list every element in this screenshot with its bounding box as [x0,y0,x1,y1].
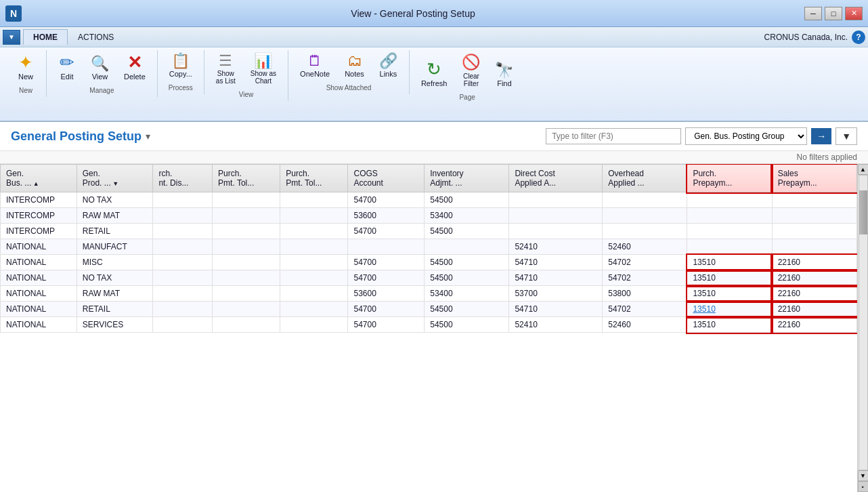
table-row[interactable]: NATIONALRETAIL54700545005471054702135102… [1,302,857,317]
purch-int-dis-cell[interactable] [153,224,213,239]
purch-pmt-tol1-cell[interactable] [213,192,280,208]
edit-button[interactable]: ✏ Edit [52,50,82,84]
gen-prod-cell[interactable]: MANUFACT [77,239,153,255]
cogs-account-cell[interactable]: 54700 [348,192,425,208]
table-row[interactable]: NATIONALMANUFACT5241052460 [1,239,857,255]
purch-int-dis-cell[interactable] [153,302,213,317]
sales-prepaym-cell[interactable] [772,224,856,239]
purch-pmt-tol1-cell[interactable] [213,255,280,270]
purch-int-dis-cell[interactable] [153,192,213,208]
col-sales-prepaym[interactable]: SalesPrepaym... [772,165,856,192]
gen-bus-cell[interactable]: NATIONAL [1,239,77,255]
gen-prod-cell[interactable]: RETAIL [77,302,153,317]
maximize-button[interactable]: □ [825,7,842,20]
scroll-track[interactable] [859,175,868,470]
table-row[interactable]: NATIONALRAW MAT5360053400537005380013510… [1,286,857,302]
purch-pmt-tol2-cell[interactable] [280,317,348,333]
gen-prod-cell[interactable]: SERVICES [77,317,153,333]
purch-pmt-tol2-cell[interactable] [280,224,348,239]
purch-prepaym-cell[interactable]: 13510 [687,286,772,302]
sales-prepaym-cell[interactable]: 22160 [772,255,856,270]
filter-go-button[interactable]: → [811,128,831,144]
overhead-applied-cell[interactable]: 52460 [603,317,687,333]
col-purch-pmt-tol1[interactable]: Purch.Pmt. Tol... [213,165,280,192]
overhead-applied-cell[interactable]: 52460 [603,239,687,255]
purch-prepaym-cell[interactable] [687,192,772,208]
inventory-adjmt-cell[interactable]: 53400 [425,286,509,302]
cogs-account-cell[interactable]: 54700 [348,255,425,270]
sales-prepaym-cell[interactable] [772,208,856,224]
sales-prepaym-cell[interactable]: 22160 [772,317,856,333]
gen-prod-cell[interactable]: RETAIL [77,224,153,239]
purch-pmt-tol1-cell[interactable] [213,270,280,286]
direct-cost-cell[interactable] [509,208,603,224]
purch-pmt-tol1-cell[interactable] [213,224,280,239]
overhead-applied-cell[interactable]: 54702 [603,270,687,286]
overhead-applied-cell[interactable]: 54702 [603,302,687,317]
cogs-account-cell[interactable] [348,239,425,255]
gen-bus-cell[interactable]: INTERCOMP [1,208,77,224]
sales-prepaym-cell[interactable]: 22160 [772,270,856,286]
col-gen-prod[interactable]: Gen.Prod. ... [77,165,153,192]
cogs-account-cell[interactable]: 54700 [348,317,425,333]
col-purch-int-dis[interactable]: rch.nt. Dis... [153,165,213,192]
overhead-applied-cell[interactable]: 54702 [603,255,687,270]
purch-pmt-tol1-cell[interactable] [213,302,280,317]
page-title[interactable]: General Posting Setup [11,129,142,144]
direct-cost-cell[interactable] [509,224,603,239]
find-button[interactable]: 🔭 Find [489,60,519,91]
col-overhead-applied[interactable]: OverheadApplied ... [603,165,687,192]
purch-prepaym-cell[interactable] [687,239,772,255]
purch-pmt-tol2-cell[interactable] [280,286,348,302]
view-button[interactable]: 🔍 View [85,53,115,84]
gen-bus-cell[interactable]: NATIONAL [1,286,77,302]
new-button[interactable]: ✦ New [11,50,41,84]
purch-pmt-tol2-cell[interactable] [280,255,348,270]
gen-bus-cell[interactable]: INTERCOMP [1,224,77,239]
inventory-adjmt-cell[interactable]: 54500 [425,317,509,333]
page-title-dropdown-icon[interactable]: ▾ [146,131,150,142]
close-button[interactable]: ✕ [845,7,863,20]
sales-prepaym-cell[interactable]: 22160 [772,302,856,317]
gen-prod-cell[interactable]: MISC [77,255,153,270]
gen-prod-cell[interactable]: NO TAX [77,192,153,208]
app-menu-button[interactable]: ▼ [3,30,20,45]
links-button[interactable]: 🔗 Links [373,50,404,81]
direct-cost-cell[interactable]: 54710 [509,302,603,317]
direct-cost-cell[interactable]: 54710 [509,255,603,270]
sales-prepaym-cell[interactable] [772,192,856,208]
table-row[interactable]: NATIONALNO TAX54700545005471054702135102… [1,270,857,286]
inventory-adjmt-cell[interactable]: 54500 [425,255,509,270]
table-row[interactable]: INTERCOMPRAW MAT5360053400 [1,208,857,224]
inventory-adjmt-cell[interactable] [425,239,509,255]
delete-button[interactable]: ✕ Delete [118,50,152,84]
purch-prepaym-cell[interactable]: 13510 [687,255,772,270]
purch-pmt-tol1-cell[interactable] [213,286,280,302]
help-icon[interactable]: ? [852,30,865,44]
purch-pmt-tol1-cell[interactable] [213,317,280,333]
cogs-account-cell[interactable]: 53600 [348,286,425,302]
inventory-adjmt-cell[interactable]: 54500 [425,302,509,317]
purch-prepaym-cell[interactable] [687,208,772,224]
table-row[interactable]: INTERCOMPNO TAX5470054500 [1,192,857,208]
show-as-list-button[interactable]: ☰ Show as List [210,50,242,88]
cogs-account-cell[interactable]: 53600 [348,208,425,224]
cogs-account-cell[interactable]: 54700 [348,270,425,286]
gen-bus-cell[interactable]: NATIONAL [1,270,77,286]
col-gen-bus[interactable]: Gen.Bus. ... [1,165,77,192]
col-purch-prepaym[interactable]: Purch.Prepaym... [687,165,772,192]
purch-pmt-tol2-cell[interactable] [280,208,348,224]
direct-cost-cell[interactable]: 54710 [509,270,603,286]
purch-int-dis-cell[interactable] [153,208,213,224]
purch-int-dis-cell[interactable] [153,317,213,333]
purch-int-dis-cell[interactable] [153,286,213,302]
filter-input[interactable] [546,128,681,144]
onenote-button[interactable]: 🗒 OneNote [294,50,336,81]
gen-prod-cell[interactable]: RAW MAT [77,208,153,224]
purch-int-dis-cell[interactable] [153,239,213,255]
refresh-button[interactable]: ↻ Refresh [415,57,454,91]
purch-pmt-tol2-cell[interactable] [280,192,348,208]
overhead-applied-cell[interactable] [603,208,687,224]
purch-pmt-tol2-cell[interactable] [280,270,348,286]
copy-button[interactable]: 📋 Copy... [163,50,198,81]
